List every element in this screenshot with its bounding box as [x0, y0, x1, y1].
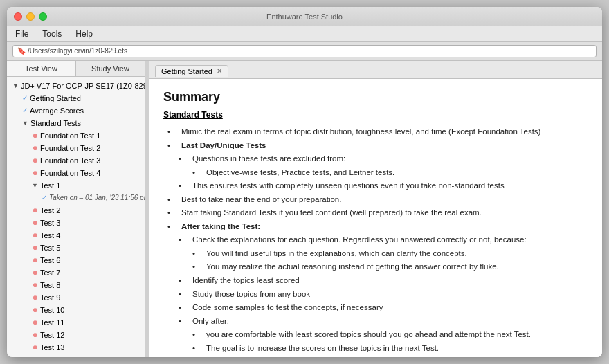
toolbar: 🔖 /Users/szilagyi ervin/1z0-829.ets: [7, 42, 602, 61]
tree-item-label: Test 2: [40, 205, 60, 216]
tree-item-icon: ✓: [22, 93, 28, 104]
tree[interactable]: ▼ JD+ V17 For OCP-JP SE17 (1Z0-829)✓ Get…: [7, 77, 145, 357]
content-item: •Only after:: [163, 315, 588, 329]
content-item: •Best to take near the end of your prepa…: [163, 193, 588, 207]
tree-item-icon: ▼: [22, 118, 28, 129]
close-button[interactable]: [14, 12, 22, 21]
tree-item-label: Test 8: [40, 280, 60, 291]
tree-item-icon: ⏺: [32, 167, 38, 179]
tree-item[interactable]: ⏺ Test 12: [7, 329, 145, 341]
tree-item-label: Test 6: [40, 255, 60, 266]
tree-item-icon: ⏺: [32, 317, 38, 328]
minimize-button[interactable]: [26, 12, 35, 21]
content-item: •Check the explanations for each questio…: [163, 233, 588, 247]
content-item: •You may realize the actual reasoning in…: [163, 260, 588, 274]
tree-item-icon: ▼: [32, 180, 38, 191]
tree-item-label: Test 5: [40, 242, 60, 253]
tree-item[interactable]: ⏺ Test 6: [7, 254, 145, 266]
tree-item-icon: ⏺: [32, 230, 38, 241]
tree-item-icon: ⏺: [32, 342, 38, 353]
tree-item-icon: ⏺: [32, 143, 38, 154]
tree-item[interactable]: ▼ JD+ V17 For OCP-JP SE17 (1Z0-829): [7, 80, 145, 92]
tree-item[interactable]: ⏺ Test 8: [7, 279, 145, 291]
tree-item-label: Test 10: [40, 304, 64, 316]
content-item: •Identify the topics least scored: [163, 274, 588, 288]
tree-item-label: Test 4: [40, 230, 60, 241]
main-tab-getting-started[interactable]: Getting Started ✕: [155, 65, 228, 77]
tree-item[interactable]: ⏺ Test 11: [7, 316, 145, 329]
tree-item-label: Test 9: [40, 292, 60, 303]
main-tab-bar: Getting Started ✕: [149, 61, 602, 79]
tree-item[interactable]: ⏺ Test 13: [7, 341, 145, 354]
titlebar: Enthuware Test Studio: [7, 7, 602, 26]
tree-item[interactable]: ✓ Average Scores: [7, 104, 145, 117]
tree-item[interactable]: ⏺ Test 9: [7, 291, 145, 304]
path-text: /Users/szilagyi ervin/1z0-829.ets: [28, 47, 127, 55]
tree-item-icon: ⏺: [32, 255, 38, 266]
tree-item-label: Test 3: [40, 217, 60, 228]
menu-tools[interactable]: Tools: [39, 28, 64, 40]
tree-item-label: Test 11: [40, 317, 64, 328]
traffic-lights: [14, 12, 47, 21]
tree-item-icon: ⏺: [32, 205, 38, 216]
tree-item-icon: ⏺: [32, 354, 38, 357]
tree-item-icon: ▼: [12, 80, 19, 91]
tree-item-label: Test 1: [40, 180, 60, 191]
tree-item-icon: ⏺: [32, 292, 38, 303]
tree-item[interactable]: ⏺ Foundation Test 1: [7, 129, 145, 142]
tree-item-label: Taken on – 01 Jan, '23 11:56 pm: [49, 192, 145, 203]
tree-item[interactable]: ⏺ Test 14: [7, 354, 145, 357]
tree-item[interactable]: ▼ Standard Tests: [7, 117, 145, 129]
tree-item-label: Foundation Test 2: [40, 143, 100, 154]
content-item: •Last Day/Unique Tests: [163, 139, 588, 153]
tree-item[interactable]: ⏺ Foundation Test 3: [7, 154, 145, 167]
tree-item-label: Test 13: [40, 342, 64, 353]
tree-item-label: Test 7: [40, 267, 60, 278]
tree-item[interactable]: ✓ Taken on – 01 Jan, '23 11:56 pm: [7, 192, 145, 204]
path-bar: 🔖 /Users/szilagyi ervin/1z0-829.ets: [12, 45, 597, 57]
tree-item[interactable]: ⏺ Test 10: [7, 304, 145, 316]
tree-item[interactable]: ⏺ Test 7: [7, 266, 145, 279]
content-item: •Mimic the real exam in terms of topic d…: [163, 125, 588, 139]
tab-study-view[interactable]: Study View: [76, 61, 145, 76]
tree-item[interactable]: ⏺ Foundation Test 2: [7, 142, 145, 154]
tree-item-label: Foundation Test 4: [40, 167, 100, 179]
tree-item[interactable]: ▼ Test 1: [7, 179, 145, 192]
main-tab-label: Getting Started: [161, 67, 212, 75]
content-scroll[interactable]: Summary Standard Tests •Mimic the real e…: [149, 79, 602, 357]
tree-item-label: Foundation Test 3: [40, 155, 100, 166]
tab-test-view[interactable]: Test View: [7, 61, 76, 76]
tree-item[interactable]: ⏺ Foundation Test 4: [7, 167, 145, 179]
content-area: Test View Study View ▼ JD+ V17 For OCP-J…: [7, 61, 602, 357]
tree-item-label: Foundation Test 1: [40, 130, 100, 141]
menubar: File Tools Help: [7, 26, 602, 42]
menu-help[interactable]: Help: [73, 28, 96, 40]
tree-item[interactable]: ⏺ Test 4: [7, 229, 145, 242]
content-item: •Code some samples to test the concepts,…: [163, 301, 588, 315]
content-item: •Start taking Standard Tests if you feel…: [163, 206, 588, 220]
tree-item-label: Test 12: [40, 329, 64, 340]
sidebar-tab-bar: Test View Study View: [7, 61, 145, 77]
tree-item[interactable]: ⏺ Test 3: [7, 217, 145, 229]
tree-item[interactable]: ✓ Getting Started: [7, 92, 145, 104]
tree-item-icon: ⏺: [32, 242, 38, 253]
main-window: Enthuware Test Studio File Tools Help 🔖 …: [7, 7, 602, 357]
maximize-button[interactable]: [39, 12, 47, 21]
content-item: •After taking the Test:: [163, 220, 588, 234]
tree-item-icon: ✓: [22, 105, 28, 116]
content-item: •You will find useful tips in the explan…: [163, 247, 588, 261]
summary-title: Summary: [163, 90, 588, 104]
main-tab-close[interactable]: ✕: [217, 68, 222, 75]
tree-item-label: Getting Started: [30, 93, 81, 104]
tree-item-label: JD+ V17 For OCP-JP SE17 (1Z0-829): [21, 80, 145, 91]
content-item: •Objective-wise tests, Practice tests, a…: [163, 166, 588, 180]
section-title: Standard Tests: [163, 110, 588, 120]
tree-item-icon: ⏺: [32, 304, 38, 316]
tree-item-label: Test 14: [40, 354, 64, 357]
tree-item[interactable]: ⏺ Test 2: [7, 204, 145, 217]
tree-item[interactable]: ⏺ Test 5: [7, 242, 145, 254]
menu-file[interactable]: File: [12, 28, 31, 40]
main-panel: Getting Started ✕ Summary Standard Tests…: [149, 61, 602, 357]
tree-item-icon: ⏺: [32, 267, 38, 278]
window-title: Enthuware Test Studio: [266, 12, 343, 21]
